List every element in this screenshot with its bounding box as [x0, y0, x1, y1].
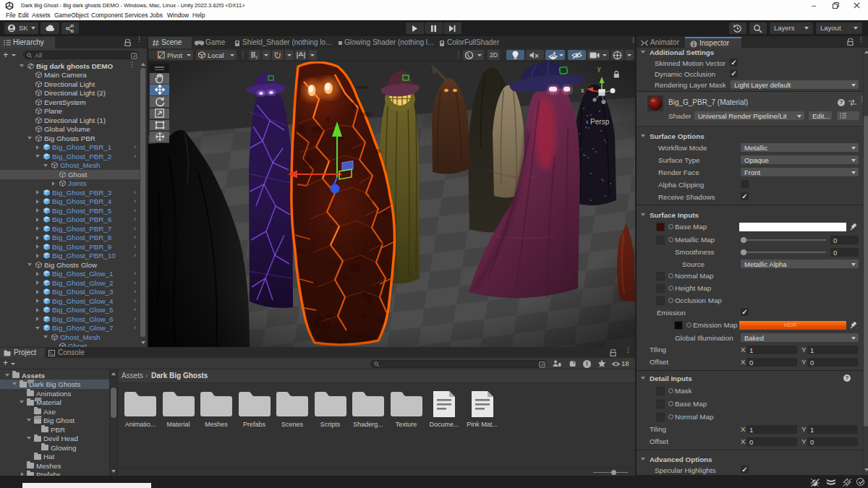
svg-text:y: y	[597, 65, 601, 72]
svg-text:Y: Y	[255, 55, 258, 60]
svg-text:x: x	[581, 87, 584, 94]
svg-text:‹ Persp: ‹ Persp	[586, 118, 610, 126]
